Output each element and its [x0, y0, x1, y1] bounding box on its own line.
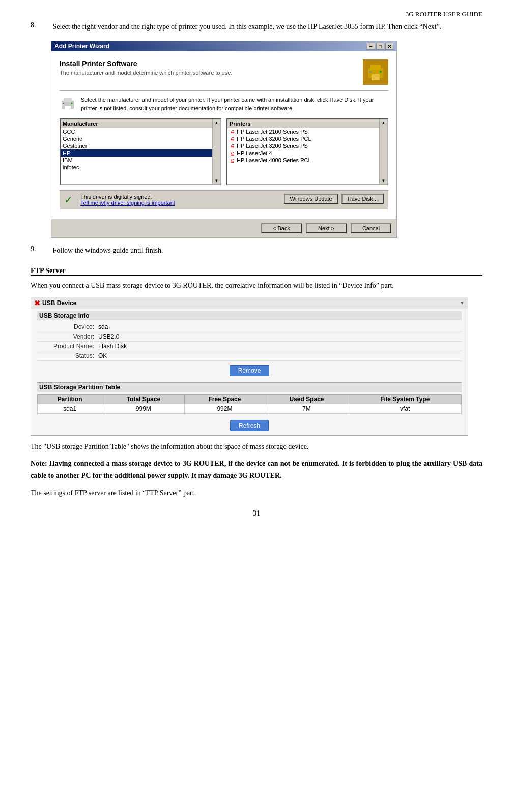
ending-text: The settings of FTP server are listed in… — [31, 487, 482, 499]
back-button[interactable]: < Back — [261, 223, 302, 233]
list-item-selected[interactable]: HP — [61, 149, 212, 157]
usb-panel-header-left: ✖ USB Device — [34, 299, 76, 307]
cell-partition: sda1 — [38, 404, 102, 413]
status-row: Status: OK — [37, 351, 462, 361]
wizard-titlebar: Add Printer Wizard − □ ✕ — [51, 41, 396, 51]
step-8-number: 8. — [31, 21, 51, 29]
usb-panel-header: ✖ USB Device ▼ — [31, 297, 468, 309]
usb-panel-title: USB Device — [42, 299, 76, 307]
next-button[interactable]: Next > — [306, 223, 347, 233]
step-9-text: Follow the windows guide until finish. — [53, 245, 482, 256]
printers-list[interactable]: Printers 🖨 HP LaserJet 2100 Series PS 🖨 … — [226, 118, 388, 185]
list-item[interactable]: Generic — [61, 135, 212, 142]
list-item[interactable]: 🖨 HP LaserJet 2100 Series PS — [227, 128, 379, 135]
list-item[interactable]: 🖨 HP LaserJet 4000 Series PCL — [227, 157, 379, 164]
cell-fs: vfat — [349, 404, 461, 413]
svg-rect-7 — [65, 106, 71, 110]
printers-list-inner: Printers 🖨 HP LaserJet 2100 Series PS 🖨 … — [227, 119, 387, 184]
signed-left: ✓ This driver is digitally signed. Tell … — [64, 194, 175, 206]
table-header-row: Partition Total Space Free Space Used Sp… — [38, 394, 462, 404]
signed-text: This driver is digitally signed. Tell me… — [80, 194, 175, 206]
manufacturer-header: Manufacturer — [61, 119, 212, 128]
svg-rect-3 — [369, 71, 372, 73]
refresh-btn-row: Refresh — [31, 416, 468, 435]
product-row: Product Name: Flash Disk — [37, 342, 462, 351]
printer-item-label: HP LaserJet 4000 Series PCL — [237, 157, 311, 163]
printer-item-label: HP LaserJet 3200 Series PS — [237, 143, 308, 149]
wizard-titlebar-buttons: − □ ✕ — [367, 43, 393, 50]
scroll-up-arrow[interactable]: ▲ — [215, 121, 219, 125]
step-9: 9. Follow the windows guide until finish… — [31, 245, 482, 256]
wizard-signed-section: ✓ This driver is digitally signed. Tell … — [60, 190, 388, 209]
cell-free: 992M — [185, 404, 265, 413]
col-total: Total Space — [102, 394, 185, 404]
close-button[interactable]: ✕ — [385, 43, 393, 50]
header-title: 3G ROUTER USER GUIDE — [406, 10, 482, 18]
manufacturer-label: Manufacturer — [63, 121, 98, 127]
printers-header: Printers — [227, 119, 379, 128]
windows-update-button[interactable]: Windows Update — [284, 194, 338, 204]
page-number: 31 — [31, 509, 482, 518]
cell-used: 7M — [265, 404, 349, 413]
list-item[interactable]: infotec — [61, 164, 212, 171]
page-header: 3G ROUTER USER GUIDE — [31, 10, 482, 18]
device-label: Device: — [37, 323, 98, 330]
list-item[interactable]: 🖨 HP LaserJet 3200 Series PCL — [227, 135, 379, 142]
svg-point-9 — [71, 103, 73, 104]
wizard-header-text: Install Printer Software The manufacture… — [60, 59, 363, 76]
ftp-section-header: FTP Server — [31, 267, 482, 276]
usb-icon: ✖ — [34, 299, 40, 307]
manufacturer-list-inner: Manufacturer GCC Generic Gestetner HP IB… — [61, 119, 220, 184]
product-value: Flash Disk — [98, 343, 462, 350]
printers-items: Printers 🖨 HP LaserJet 2100 Series PS 🖨 … — [227, 119, 379, 184]
refresh-button[interactable]: Refresh — [230, 420, 269, 431]
remove-button[interactable]: Remove — [230, 365, 270, 376]
svg-rect-2 — [372, 74, 380, 80]
wizard-footer-buttons: < Back Next > Cancel — [51, 219, 396, 237]
manufacturer-scrollbar[interactable]: ▲ ▼ — [212, 119, 220, 184]
printer-wizard-screenshot: Add Printer Wizard − □ ✕ Install Printer… — [51, 41, 397, 238]
svg-rect-8 — [63, 103, 64, 104]
cancel-button[interactable]: Cancel — [351, 223, 391, 233]
have-disk-button[interactable]: Have Disk... — [341, 194, 384, 204]
signed-link[interactable]: Tell me why driver signing is important — [80, 200, 175, 206]
partition-table: Partition Total Space Free Space Used Sp… — [37, 394, 462, 414]
step-9-number: 9. — [31, 245, 51, 253]
device-row: Device: sda — [37, 322, 462, 332]
minimize-button[interactable]: − — [367, 43, 375, 50]
wizard-lists-row: Manufacturer GCC Generic Gestetner HP IB… — [60, 118, 388, 185]
storage-info-title: USB Storage Info — [37, 311, 462, 320]
svg-rect-1 — [370, 65, 381, 70]
vendor-value: USB2.0 — [98, 333, 462, 340]
maximize-button[interactable]: □ — [376, 43, 384, 50]
list-item[interactable]: Gestetner — [61, 142, 212, 149]
printer-item-icon: 🖨 — [230, 129, 235, 135]
svg-rect-6 — [64, 98, 72, 102]
col-partition: Partition — [38, 394, 102, 404]
status-label: Status: — [37, 352, 98, 359]
step-8-text: Select the right vendor and the right ty… — [53, 21, 482, 33]
manufacturer-items: Manufacturer GCC Generic Gestetner HP IB… — [61, 119, 212, 184]
scroll-up-arrow[interactable]: ▲ — [382, 121, 386, 125]
wizard-header-subtitle: The manufacturer and model determine whi… — [60, 70, 363, 76]
printer-info-icon — [60, 96, 76, 112]
printers-scrollbar[interactable]: ▲ ▼ — [379, 119, 387, 184]
wizard-divider — [60, 90, 388, 91]
partition-table-title: USB Storage Partition Table — [37, 382, 462, 392]
scroll-down-arrow[interactable]: ▼ — [215, 178, 219, 183]
list-item[interactable]: IBM — [61, 157, 212, 164]
col-used: Used Space — [265, 394, 349, 404]
note-text: Note: Having connected a mass storage de… — [31, 458, 482, 482]
list-item[interactable]: 🖨 HP LaserJet 3200 Series PS — [227, 142, 379, 149]
panel-scroll-button[interactable]: ▼ — [460, 300, 465, 306]
ftp-section-title: FTP Server — [31, 267, 66, 275]
signed-icon: ✓ — [64, 194, 76, 206]
manufacturer-list[interactable]: Manufacturer GCC Generic Gestetner HP IB… — [60, 118, 221, 185]
device-value: sda — [98, 323, 462, 330]
scroll-down-arrow[interactable]: ▼ — [382, 178, 386, 183]
printer-item-icon: 🖨 — [230, 158, 235, 163]
wizard-title: Add Printer Wizard — [54, 43, 109, 50]
list-item[interactable]: GCC — [61, 128, 212, 135]
list-item[interactable]: 🖨 HP LaserJet 4 — [227, 149, 379, 157]
printer-item-label: HP LaserJet 3200 Series PCL — [237, 136, 311, 142]
